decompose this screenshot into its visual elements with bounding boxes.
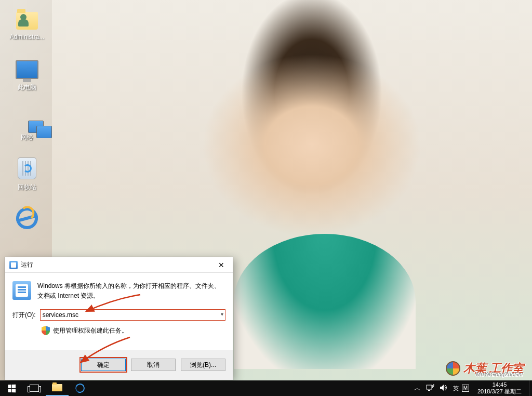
windows-logo-icon bbox=[8, 384, 16, 392]
desktop[interactable]: Administra... 此电脑 网络 回收站 运行 ✕ Windows 将根… bbox=[0, 0, 532, 380]
clock-time: 14:45 bbox=[477, 381, 522, 388]
system-tray: ︿ 英 M 14:45 2018/3/27 星期二 bbox=[410, 380, 529, 396]
folder-user-icon bbox=[16, 12, 38, 30]
start-button[interactable] bbox=[0, 380, 23, 396]
browse-button[interactable]: 浏览(B)... bbox=[181, 359, 225, 371]
taskbar-file-explorer[interactable] bbox=[46, 380, 69, 396]
ok-button[interactable]: 确定 bbox=[81, 359, 126, 371]
open-combobox[interactable]: ▾ bbox=[40, 309, 225, 321]
run-titlebar[interactable]: 运行 ✕ bbox=[5, 257, 233, 273]
run-app-icon bbox=[12, 281, 31, 300]
open-label: 打开(O): bbox=[12, 311, 36, 320]
desktop-icon-this-pc[interactable]: 此电脑 bbox=[7, 56, 47, 92]
taskbar-clock[interactable]: 14:45 2018/3/27 星期二 bbox=[474, 381, 525, 395]
open-input[interactable] bbox=[40, 309, 225, 321]
watermark-sub: MuYeGongZuoShi bbox=[476, 371, 523, 377]
task-view-icon bbox=[30, 385, 39, 392]
recycle-bin-icon bbox=[18, 157, 36, 179]
run-body: Windows 将根据你所输入的名称，为你打开相应的程序、文件夹、文档或 Int… bbox=[5, 273, 233, 350]
volume-tray-icon[interactable] bbox=[440, 384, 448, 393]
desktop-icon-network[interactable]: 网络 bbox=[7, 106, 47, 142]
run-description: Windows 将根据你所输入的名称，为你打开相应的程序、文件夹、文档或 Int… bbox=[37, 281, 225, 301]
pc-icon bbox=[16, 60, 38, 79]
edge-icon bbox=[74, 382, 86, 394]
folder-icon bbox=[52, 384, 62, 391]
run-footer: 确定 取消 浏览(B)... bbox=[5, 350, 233, 380]
watermark-logo-icon bbox=[446, 361, 460, 376]
show-desktop-button[interactable] bbox=[529, 380, 532, 396]
shield-icon bbox=[42, 326, 50, 335]
ime-lang: 英 bbox=[453, 385, 459, 392]
taskbar: ︿ 英 M 14:45 2018/3/27 星期二 bbox=[0, 380, 532, 396]
icon-label: Administra... bbox=[7, 33, 47, 41]
desktop-icon-recycle-bin[interactable]: 回收站 bbox=[7, 156, 47, 192]
cancel-button[interactable]: 取消 bbox=[131, 359, 176, 371]
icon-label: 此电脑 bbox=[7, 83, 47, 92]
desktop-icon-administrator[interactable]: Administra... bbox=[7, 6, 47, 41]
admin-text: 使用管理权限创建此任务。 bbox=[53, 326, 128, 335]
ime-mode: M bbox=[462, 385, 469, 392]
task-view-button[interactable] bbox=[23, 380, 46, 396]
close-button[interactable]: ✕ bbox=[211, 258, 232, 272]
svg-rect-1 bbox=[428, 390, 430, 391]
run-title-text: 运行 bbox=[21, 260, 211, 269]
run-icon bbox=[9, 261, 18, 269]
icon-label: 回收站 bbox=[7, 183, 47, 192]
watermark: 木葉 工作室 MuYeGongZuoShi bbox=[446, 361, 524, 376]
clock-date: 2018/3/27 星期二 bbox=[477, 388, 522, 395]
svg-rect-0 bbox=[427, 385, 432, 389]
tray-overflow-icon[interactable]: ︿ bbox=[414, 384, 421, 393]
taskbar-edge[interactable] bbox=[69, 380, 91, 396]
ie-icon bbox=[14, 205, 40, 231]
network-tray-icon[interactable] bbox=[426, 384, 434, 393]
run-dialog: 运行 ✕ Windows 将根据你所输入的名称，为你打开相应的程序、文件夹、文档… bbox=[5, 257, 233, 380]
ime-indicator[interactable]: 英 M bbox=[453, 385, 469, 392]
desktop-icon-ie[interactable] bbox=[7, 206, 47, 233]
